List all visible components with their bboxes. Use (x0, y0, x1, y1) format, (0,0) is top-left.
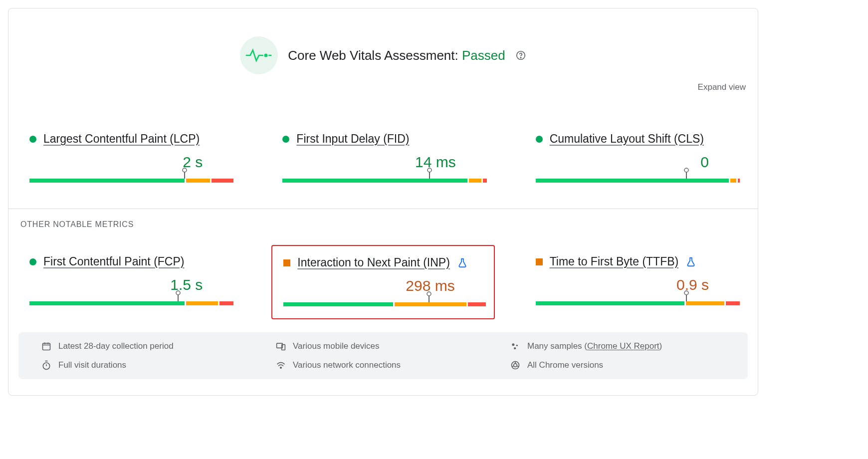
metric-fcp-bar (29, 294, 230, 305)
status-square-avg-icon (283, 259, 290, 266)
devices-icon (276, 341, 286, 351)
experimental-flask-icon[interactable] (457, 257, 468, 268)
network-icon (276, 360, 286, 370)
status-dot-good-icon (536, 136, 543, 143)
metric-cls: Cumulative Layout Shift (CLS) 0 (525, 122, 748, 195)
metric-fid-name[interactable]: First Input Delay (FID) (296, 132, 409, 146)
svg-point-21 (514, 347, 516, 349)
metric-fcp: First Contentful Paint (FCP) 1.5 s (18, 245, 241, 319)
footer-durations: Full visit durations (41, 360, 256, 370)
assessment-status: Passed (462, 48, 505, 63)
svg-rect-16 (43, 343, 50, 350)
footer-samples: Many samples (Chrome UX Report) (510, 341, 725, 351)
footer-network: Various network connections (276, 360, 490, 370)
chrome-icon (510, 360, 520, 370)
metric-fid-bar (282, 172, 483, 183)
svg-point-25 (514, 364, 517, 367)
metric-lcp-name[interactable]: Largest Contentful Paint (LCP) (43, 132, 200, 146)
metric-lcp-marker-icon (182, 168, 188, 179)
core-web-vitals-card: Core Web Vitals Assessment: Passed Expan… (8, 8, 758, 396)
svg-point-12 (427, 292, 431, 296)
status-dot-good-icon (29, 258, 36, 265)
metric-inp-bar (283, 295, 482, 306)
metric-cls-bar (536, 172, 737, 183)
core-metrics-row: Largest Contentful Paint (LCP) 2 s (18, 122, 748, 195)
metric-inp: Interaction to Next Paint (INP) 298 ms (271, 245, 494, 319)
svg-point-23 (280, 367, 282, 369)
assessment-header: Core Web Vitals Assessment: Passed (18, 36, 748, 74)
svg-point-8 (684, 168, 688, 172)
status-dot-good-icon (282, 136, 289, 143)
status-square-avg-icon (536, 258, 543, 265)
help-icon[interactable] (515, 50, 526, 61)
metric-inp-marker-icon (426, 291, 432, 302)
svg-point-3 (520, 57, 521, 58)
metric-inp-name[interactable]: Interaction to Next Paint (INP) (297, 256, 450, 269)
footer-versions: All Chrome versions (510, 360, 725, 370)
metric-fid: First Input Delay (FID) 14 ms (271, 122, 494, 195)
svg-point-14 (684, 291, 688, 295)
metric-fid-value: 14 ms (282, 154, 483, 171)
svg-point-6 (428, 168, 432, 172)
svg-point-20 (516, 345, 518, 346)
metric-lcp-bar (29, 172, 230, 183)
metric-lcp-value: 2 s (29, 154, 230, 171)
metric-fcp-value: 1.5 s (29, 276, 230, 293)
crux-report-link[interactable]: Chrome UX Report (587, 341, 659, 351)
footer-period: Latest 28-day collection period (41, 341, 256, 351)
metric-ttfb-value: 0.9 s (536, 276, 737, 293)
metric-ttfb: Time to First Byte (TTFB) 0.9 s (525, 245, 748, 319)
metric-inp-value: 298 ms (283, 277, 482, 294)
divider (8, 209, 758, 209)
footer-info: Latest 28-day collection period Various … (18, 332, 748, 379)
metric-fcp-name[interactable]: First Contentful Paint (FCP) (43, 255, 184, 268)
svg-point-4 (183, 168, 187, 172)
assessment-title-text: Core Web Vitals Assessment: (288, 48, 462, 63)
metric-fid-marker-icon (427, 168, 433, 179)
svg-point-19 (512, 343, 514, 346)
timer-icon (41, 360, 51, 370)
metric-ttfb-bar (536, 294, 737, 305)
svg-rect-1 (269, 55, 272, 56)
metric-cls-marker-icon (683, 168, 689, 179)
footer-devices: Various mobile devices (276, 341, 490, 351)
svg-point-10 (176, 291, 180, 295)
other-metrics-row: First Contentful Paint (FCP) 1.5 s (18, 245, 748, 319)
svg-point-0 (264, 54, 268, 57)
metric-ttfb-marker-icon (683, 290, 689, 301)
metric-cls-value: 0 (536, 154, 737, 171)
metric-cls-name[interactable]: Cumulative Layout Shift (CLS) (550, 132, 704, 146)
vitals-pulse-icon (240, 36, 278, 74)
experimental-flask-icon[interactable] (685, 256, 696, 267)
expand-view-link[interactable]: Expand view (698, 82, 746, 92)
metric-ttfb-name[interactable]: Time to First Byte (TTFB) (550, 255, 679, 268)
metric-fcp-marker-icon (175, 290, 181, 301)
other-metrics-label: OTHER NOTABLE METRICS (20, 220, 748, 229)
metric-lcp: Largest Contentful Paint (LCP) 2 s (18, 122, 241, 195)
assessment-title: Core Web Vitals Assessment: Passed (288, 48, 505, 63)
status-dot-good-icon (29, 136, 36, 143)
calendar-icon (41, 341, 51, 351)
samples-icon (510, 341, 520, 351)
